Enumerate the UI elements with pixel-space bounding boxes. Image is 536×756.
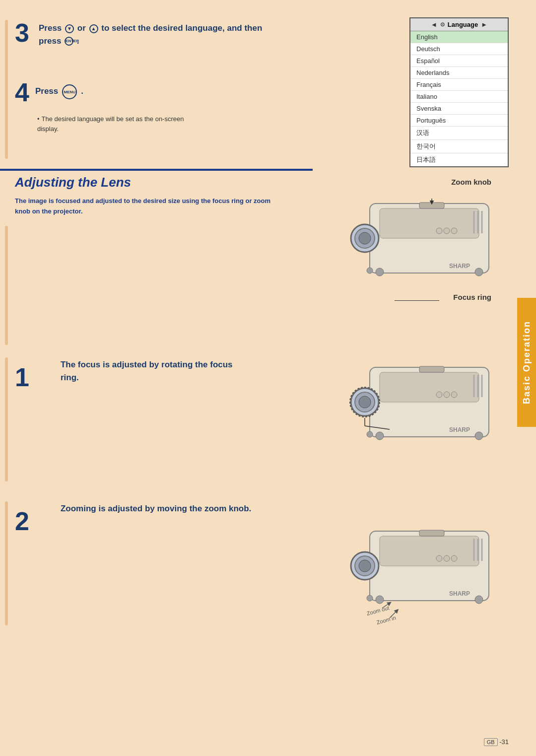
menu-icon: MENU (62, 84, 77, 99)
language-menu-header: ◄ ⊙ Language ► (410, 18, 508, 31)
step4-press-label: Press (35, 86, 58, 96)
lang-item-svenska[interactable]: Svenska (410, 103, 508, 115)
step3-section: 3 Press ▼ or ▲ to select the desired lan… (15, 20, 278, 47)
svg-point-47 (451, 555, 457, 561)
svg-point-7 (359, 232, 371, 244)
language-menu-title: Language (448, 21, 478, 28)
svg-rect-1 (380, 208, 479, 238)
lang-item-nederlands[interactable]: Nederlands (410, 67, 508, 79)
svg-point-28 (444, 392, 450, 398)
lang-menu-icon: ⊙ (440, 21, 445, 28)
down-arrow-icon: ▼ (65, 24, 74, 33)
step3-number: 3 (15, 20, 35, 46)
section-title: Adjusting the Lens (15, 175, 131, 190)
svg-rect-26 (419, 366, 444, 372)
svg-point-31 (376, 432, 384, 440)
lang-item-english[interactable]: English (410, 31, 508, 43)
lang-item-espanol[interactable]: Español (410, 55, 508, 67)
svg-point-45 (436, 555, 442, 561)
lang-item-japanese[interactable]: 日本語 (410, 153, 508, 166)
svg-rect-18 (380, 372, 479, 402)
svg-point-15 (367, 268, 373, 274)
language-menu-box: ◄ ⊙ Language ► English Deutsch Español N… (409, 17, 509, 167)
lang-item-deutsch[interactable]: Deutsch (410, 43, 508, 55)
left-accent-step3 (5, 20, 8, 159)
svg-point-49 (376, 596, 384, 604)
step1-section: 1 The focus is adjusted by rotating the … (15, 362, 253, 392)
step1-text: The focus is adjusted by rotating the fo… (61, 358, 253, 384)
section-divider (0, 169, 313, 171)
up-arrow-icon: ▲ (89, 24, 98, 33)
svg-point-43 (359, 560, 371, 572)
left-accent-lens (5, 226, 8, 345)
svg-point-10 (444, 228, 450, 234)
lang-item-chinese[interactable]: 汉语 (410, 127, 508, 140)
svg-point-14 (475, 268, 483, 276)
svg-rect-37 (380, 536, 479, 566)
left-accent-step2 (5, 501, 8, 625)
sidebar-tab: Basic Operation (517, 298, 536, 427)
svg-point-29 (451, 392, 457, 398)
svg-text:Zoom in: Zoom in (376, 615, 397, 625)
svg-point-27 (436, 392, 442, 398)
svg-point-32 (475, 432, 483, 440)
svg-text:SHARP: SHARP (449, 426, 470, 433)
step2-section: 2 Zooming is adjusted by moving the zoom… (15, 506, 253, 536)
page-num-text: -31 (499, 738, 509, 746)
svg-point-13 (376, 268, 384, 276)
svg-rect-44 (419, 530, 444, 536)
lang-item-portugues[interactable]: Português (410, 115, 508, 127)
svg-point-51 (367, 595, 373, 601)
svg-text:Zoom out: Zoom out (366, 605, 390, 617)
svg-point-46 (444, 555, 450, 561)
projector-image-2: SHARP (330, 338, 509, 467)
step4-number: 4 (15, 79, 29, 105)
svg-point-33 (367, 431, 373, 437)
lang-item-korean[interactable]: 한국어 (410, 140, 508, 153)
svg-point-11 (451, 228, 457, 234)
step3-text: Press ▼ or ▲ to select the desired langu… (39, 20, 278, 47)
page-number: GB -31 (484, 738, 509, 746)
lang-item-italiano[interactable]: Italiano (410, 91, 508, 103)
svg-text:SHARP: SHARP (449, 263, 470, 270)
svg-point-50 (475, 596, 483, 604)
section-subtitle: The image is focused and adjusted to the… (15, 196, 278, 217)
svg-text:SHARP: SHARP (449, 590, 470, 597)
page-num-badge: GB (484, 738, 498, 746)
lang-item-francais[interactable]: Français (410, 79, 508, 91)
svg-point-9 (436, 228, 442, 234)
step2-number: 2 (15, 506, 29, 536)
step2-text: Zooming is adjusted by moving the zoom k… (61, 502, 251, 515)
left-accent-step1 (5, 357, 8, 481)
svg-point-24 (359, 396, 371, 408)
sidebar-label: Basic Operation (522, 321, 532, 404)
step4-section: 4 Press MENU . (15, 79, 213, 105)
svg-rect-8 (419, 203, 444, 208)
lang-arrow-left: ◄ (431, 21, 437, 28)
enter-icon: ENTER (65, 37, 73, 46)
lang-arrow-right: ► (481, 21, 487, 28)
step1-number: 1 (15, 362, 29, 392)
projector-image-3: SHARP Zoom out Zoom in (330, 501, 509, 640)
projector-image-1: SHARP (330, 174, 509, 303)
step4-bullet: The desired language will be set as the … (37, 114, 196, 134)
